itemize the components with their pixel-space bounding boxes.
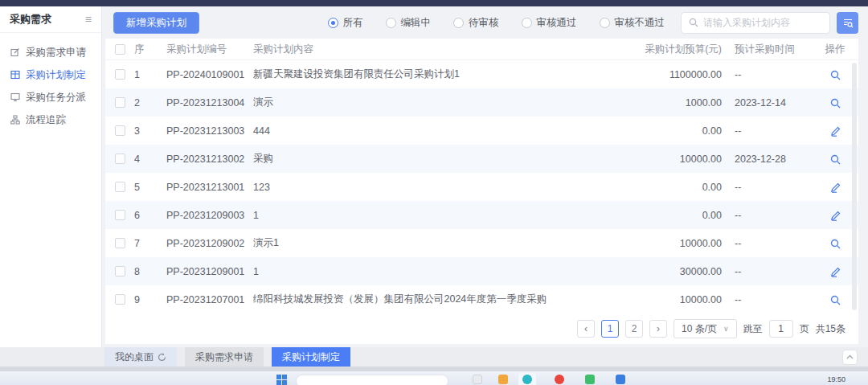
status-filter-radio[interactable]: 所有 [328,16,363,30]
row-checkbox[interactable] [115,266,125,276]
status-filter-radio[interactable]: 审核通过 [522,16,577,30]
table-body: 1 PP-20240109001 新疆天聚建设投资集团有限责任公司采购计划1 1… [105,60,858,313]
edit-icon[interactable] [830,267,841,277]
row-plan-content: 444 [253,125,617,137]
sidebar-item-label: 流程追踪 [26,113,66,127]
row-plan-code: PP-20231213003 [166,125,253,137]
table-row[interactable]: 4 PP-20231213002 采购 10000.00 2023-12-28 [105,145,858,173]
page-size-select[interactable]: 10 条/页 ∨ [674,319,737,338]
row-seq: 5 [134,182,166,193]
table-row[interactable]: 3 PP-20231213003 444 0.00 -- [105,117,858,145]
view-icon[interactable] [830,154,841,165]
page-number-label: 2 [632,323,637,334]
row-budget: 10000.00 [617,294,722,305]
table-row[interactable]: 6 PP-20231209003 1 0.00 -- [105,201,858,229]
tab-label: 我的桌面 [115,350,154,364]
page-number-button[interactable]: 1 [601,320,619,338]
page-number-button[interactable]: 2 [625,320,643,338]
tab-purchase-plan[interactable]: 采购计划制定 [272,347,350,367]
row-plan-code: PP-20231209001 [166,266,253,277]
row-budget: 10000.00 [617,238,722,249]
windows-start-icon[interactable] [276,375,287,385]
table-row[interactable]: 1 PP-20240109001 新疆天聚建设投资集团有限责任公司采购计划1 1… [105,60,858,88]
taskbar-search-pill[interactable] [296,375,448,385]
row-expected-time: -- [722,294,812,305]
table-row[interactable]: 8 PP-20231209001 1 30000.00 -- [105,257,858,285]
next-page-button[interactable]: › [649,320,667,338]
row-checkbox[interactable] [115,210,125,220]
row-checkbox[interactable] [115,294,125,305]
row-seq: 7 [134,238,166,249]
row-plan-content: 1 [253,210,617,221]
row-expected-time: -- [722,182,812,193]
sidebar-header: 采购需求 ≡ [0,6,101,33]
tab-my-desktop[interactable]: 我的桌面 [104,347,177,367]
table-row[interactable]: 5 PP-20231213001 123 0.00 -- [105,173,858,201]
status-filter-radio[interactable]: 编辑中 [386,16,432,30]
view-icon[interactable] [830,98,841,109]
status-filter-label: 审核不通过 [615,16,665,30]
taskbar-app-icon[interactable] [585,375,595,384]
col-header-code: 采购计划编号 [166,43,253,56]
jump-page-input[interactable] [769,320,793,338]
taskbar-app-icon[interactable] [498,375,508,384]
taskbar-app-icon[interactable] [522,375,532,384]
jump-prefix-label: 跳至 [743,322,763,336]
row-budget: 1000.00 [617,97,722,109]
sidebar-item-purchase-plan[interactable]: 采购计划制定 [0,63,101,86]
row-expected-time: -- [722,266,812,277]
edit-icon[interactable] [830,182,841,193]
refresh-icon[interactable] [158,353,166,362]
status-filter-label: 审核通过 [537,16,577,30]
table-card: 序 采购计划编号 采购计划内容 采购计划预算(元) 预计采购时间 操作 1 PP… [105,39,858,344]
row-expected-time: -- [722,125,812,137]
search-box [681,12,830,34]
select-all-checkbox[interactable] [115,44,125,55]
menu-collapse-icon[interactable]: ≡ [85,13,92,26]
search-input[interactable] [703,17,822,28]
view-icon[interactable] [830,295,841,305]
status-filter-label: 所有 [343,16,363,30]
row-budget: 0.00 [617,182,722,193]
row-seq: 4 [134,154,166,165]
tab-purchase-request[interactable]: 采购需求申请 [185,347,264,367]
row-checkbox[interactable] [115,182,125,192]
row-expected-time: -- [722,238,812,249]
row-expected-time: 2023-12-14 [722,97,812,109]
row-plan-code: PP-20231209002 [166,238,253,249]
edit-icon[interactable] [830,126,841,137]
row-checkbox[interactable] [115,97,125,108]
row-plan-content: 演示1 [253,236,617,250]
taskbar-app-icon[interactable] [473,375,482,384]
table-scrollbar[interactable] [852,63,857,310]
col-header-time: 预计采购时间 [722,43,812,56]
row-checkbox[interactable] [115,154,125,164]
row-plan-content: 采购 [253,152,617,166]
edit-icon[interactable] [830,211,841,221]
view-icon[interactable] [830,70,841,80]
sidebar-item-process-trace[interactable]: 流程追踪 [0,109,101,131]
row-checkbox[interactable] [115,69,125,80]
main-panel: 新增采购计划 所有 编辑中 待审核 [102,6,868,347]
sidebar-item-task-dispatch[interactable]: 采购任务分派 [0,86,101,109]
taskbar-app-icon[interactable] [616,375,625,384]
table-row[interactable]: 9 PP-20231207001 绵阳科技城发展投资（发展）集团有限公司2024… [105,285,858,313]
row-checkbox[interactable] [115,125,125,136]
view-icon[interactable] [830,239,841,249]
prev-page-button[interactable]: ‹ [577,320,595,338]
status-filter-radio[interactable]: 待审核 [453,16,499,30]
list-search-icon[interactable] [837,12,858,34]
os-taskbar: 19:50 [0,371,868,385]
status-filter-radio[interactable]: 审核不通过 [600,16,665,30]
row-checkbox[interactable] [115,238,125,248]
sidebar-item-purchase-request[interactable]: 采购需求申请 [0,41,101,63]
radio-icon [522,18,532,28]
jump-suffix-label: 页 [800,322,809,336]
row-seq: 3 [134,125,166,137]
table-row[interactable]: 2 PP-20231213004 演示 1000.00 2023-12-14 [105,88,858,117]
table-row[interactable]: 7 PP-20231209002 演示1 10000.00 -- [105,229,858,257]
taskbar-app-icon[interactable] [555,375,564,384]
add-plan-button[interactable]: 新增采购计划 [113,12,199,34]
collapse-panel-button[interactable] [842,350,858,365]
col-header-content: 采购计划内容 [253,43,617,56]
